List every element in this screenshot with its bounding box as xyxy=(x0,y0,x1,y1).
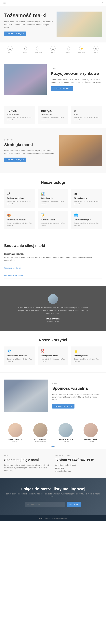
service-icon-6: 🌐 xyxy=(74,214,99,217)
accordion-plus-2[interactable]: + xyxy=(100,266,102,269)
accordion-plus-3[interactable]: + xyxy=(100,273,102,276)
contact-label: KONTAKT xyxy=(4,455,51,456)
content-icon-4: ◷ xyxy=(50,46,56,51)
service-card-2: 📊 Badania rynku Sample text. Click to se… xyxy=(38,189,68,208)
icon-item-5: ⊡ CONTENT xyxy=(64,46,71,53)
icon-label-3: CONTENT xyxy=(35,52,42,53)
contact-section: KONTAKT Skontaktuj się z nami Lorem ipsu… xyxy=(0,449,106,478)
service-card-1: 🖋 Projektowanie logo Sample text. Click … xyxy=(4,189,35,208)
newsletter-email-input[interactable] xyxy=(25,502,65,507)
service-title-1: Projektowanie logo xyxy=(7,197,32,199)
benefit-card-3: ⭐ Wysoka jakości Sample text. Click to s… xyxy=(71,346,102,365)
member-role-3: Projektant xyxy=(55,441,77,442)
content-icon-2: ⊞ xyxy=(22,46,27,51)
service-card-3: ◎ Strategia marki Sample text. Click to … xyxy=(71,189,102,208)
newsletter-section: Dołącz do naszej listy mailingowej Lorem… xyxy=(0,478,106,515)
service-title-2: Badania rynku xyxy=(40,197,66,199)
benefit-title-1: Efektywność kosztowa xyxy=(7,355,32,357)
service-text-6: Sample text. Click to select the Text El… xyxy=(74,222,99,226)
accordion-link-2[interactable]: Wireframe and design xyxy=(4,267,100,269)
testimonial-avatar xyxy=(48,294,58,304)
contact-info: Lorem ipsum dolor sit amet consectetur p… xyxy=(55,464,102,473)
service-text-1: Sample text. Click to select the Text El… xyxy=(7,200,32,205)
stat-number-1: +7 tys. xyxy=(7,109,32,113)
member-name-1: BERTIE NORTON xyxy=(4,438,27,440)
team-member-2: PALKA MATTIE Kierownik biura xyxy=(29,423,52,442)
about-image xyxy=(4,64,47,95)
hero-section: Tożsamość marki Lorem ipsum dolor sit am… xyxy=(0,6,106,42)
visual-cta-button[interactable]: DOWIEDZ SIĘ WIĘCEJ xyxy=(52,404,75,408)
service-icon-4: 🎨 xyxy=(7,214,32,217)
contact-address-1: Lorem ipsum dolor sit amet xyxy=(55,464,102,467)
stat-number-3: 9 xyxy=(74,109,99,113)
accordion-title-1[interactable]: Research and strategy xyxy=(4,253,100,255)
about-label: O NAS xyxy=(51,68,102,70)
dot-1[interactable] xyxy=(50,446,52,447)
contact-title: Skontaktuj się z nami xyxy=(4,458,51,462)
service-title-4: Identyfikacja wizualna xyxy=(7,219,32,221)
dot-3[interactable] xyxy=(54,446,56,447)
hero-cta-button[interactable]: DOWIEDZ SIĘ WIĘCEJ xyxy=(4,32,26,36)
about-title: Pozycjonowanie rynkowe xyxy=(51,71,102,76)
visual-section: O NAS Spójność wizualna Lorem ipsum dolo… xyxy=(0,372,106,419)
benefit-card-1: 💎 Efektywność kosztowa Sample text. Clic… xyxy=(4,346,35,365)
icon-label-4: CONTENT xyxy=(49,52,56,53)
build-title: Budowanie silnej marki xyxy=(4,244,102,248)
service-title-6: Usługi brandingowe xyxy=(74,219,99,221)
icon-item-4: ◷ CONTENT xyxy=(49,46,56,53)
strategy-section: CO ROBIMY Strategia marki Lorem ipsum do… xyxy=(0,128,106,173)
accordion-link-3[interactable]: Maintenance and support xyxy=(4,274,100,276)
testimonial-section: Nullam vulputat dui, et laoreet odio eff… xyxy=(0,286,106,330)
content-icon-7: ⊞ xyxy=(93,46,98,51)
hero-content: Tożsamość marki Lorem ipsum dolor sit am… xyxy=(4,12,57,36)
member-name-2: PALKA MATTIE xyxy=(29,438,52,440)
strategy-content: CO ROBIMY Strategia marki Lorem ipsum do… xyxy=(4,139,55,162)
content-icon-1: ◎ xyxy=(8,46,13,51)
visual-image xyxy=(4,380,48,412)
testimonial-text: Nullam vulputat dui, et laoreet odio eff… xyxy=(18,306,88,315)
icons-row: ◎ CONTENT ⊞ CONTENT ✓ CONTENT ◷ CONTENT … xyxy=(0,42,106,57)
about-content: O NAS Pozycjonowanie rynkowe Lorem ipsum… xyxy=(51,68,102,91)
benefits-grid: 💎 Efektywność kosztowa Sample text. Clic… xyxy=(4,346,102,365)
icon-item-3: ✓ CONTENT xyxy=(35,46,42,53)
icon-label-2: CONTENT xyxy=(21,52,28,53)
footer-text: Copyright © Click to select the Text Ele… xyxy=(38,518,68,519)
member-avatar-2 xyxy=(33,423,47,437)
footer: Copyright © Click to select the Text Ele… xyxy=(0,516,106,521)
benefit-card-2: ⏰ Oszczędność czasu Sample text. Click t… xyxy=(38,346,68,365)
accordion-item-2: Wireframe and design + xyxy=(4,264,102,271)
service-text-3: Sample text. Click to select the Text El… xyxy=(74,200,99,205)
strategy-cta-button[interactable]: DOWIEDZ SIĘ WIĘCEJ xyxy=(4,158,26,162)
stat-card-1: +7 tys. Projekty globalne Sample text. C… xyxy=(4,106,35,124)
service-card-5: 📝 Tworzenie treści Sample text. Click to… xyxy=(38,210,68,230)
visual-content: O NAS Spójność wizualna Lorem ipsum dolo… xyxy=(52,383,102,408)
service-title-5: Tworzenie treści xyxy=(40,219,66,221)
services-section: Nasze usługi 🖋 Projektowanie logo Sample… xyxy=(0,173,106,236)
hero-title: Tożsamość marki xyxy=(4,12,54,18)
stat-label-3: Kraje xyxy=(74,114,99,115)
accordion-plus-1[interactable]: + xyxy=(100,253,102,256)
strategy-text: Lorem ipsum dolor sit amet, consectetur … xyxy=(4,150,55,155)
dot-2[interactable] xyxy=(52,446,54,447)
benefit-icon-1: 💎 xyxy=(7,349,32,353)
menu-icon[interactable]: ≡ xyxy=(102,2,103,4)
testimonial-name: Pavel Ivanson xyxy=(6,318,100,320)
stat-text-1: Sample text. Click to select the Text El… xyxy=(7,116,32,121)
icon-item-7: ⊞ CONTENT xyxy=(93,46,99,53)
stats-section: +7 tys. Projekty globalne Sample text. C… xyxy=(0,102,106,128)
service-icon-1: 🖋 xyxy=(7,192,32,196)
content-icon-5: ⊡ xyxy=(65,46,70,51)
pagination-dots xyxy=(2,446,104,447)
benefit-text-3: Sample text. Click to select the Text El… xyxy=(74,358,99,362)
benefit-text-1: Sample text. Click to select the Text El… xyxy=(7,358,32,362)
team-member-3: JENNIE ROBERTS Projektant xyxy=(55,423,77,442)
about-cta-button[interactable]: DOWIEDZ SIĘ WIĘCEJ xyxy=(51,86,73,91)
icon-label-7: CONTENT xyxy=(93,52,99,53)
phone-label: ZADZWOŃ DO NAS xyxy=(55,455,102,456)
contact-email: projekt@projekt.com xyxy=(55,470,102,473)
member-role-4: Salteriko xyxy=(80,441,102,442)
stat-text-3: Sample text. Click to select the Text El… xyxy=(74,116,99,121)
newsletter-submit-button[interactable]: ZAPISZ SIĘ xyxy=(67,502,81,507)
service-text-5: Sample text. Click to select the Text El… xyxy=(40,222,66,226)
build-section: Budowanie silnej marki Research and stra… xyxy=(0,236,106,286)
